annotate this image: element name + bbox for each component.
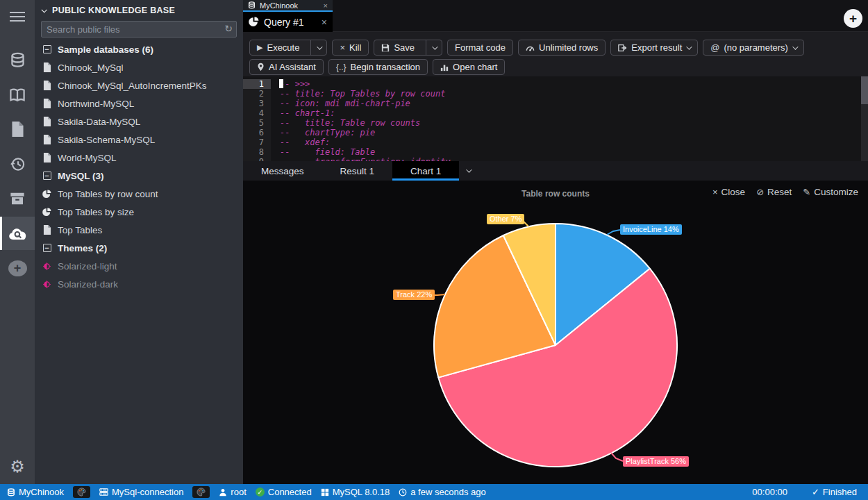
parameters-label: (no parameters)	[724, 42, 787, 53]
chevron-down-icon	[792, 44, 798, 49]
tab-bar: MyChinook × Query #1 × +	[243, 0, 868, 32]
tab-chart-1[interactable]: Chart 1	[392, 161, 459, 181]
files-button[interactable]	[0, 112, 35, 146]
close-icon[interactable]: ×	[324, 1, 328, 10]
result-tab-bar: Messages Result 1 Chart 1	[243, 161, 868, 181]
connections-button[interactable]	[0, 43, 35, 76]
tab-result-1[interactable]: Result 1	[322, 161, 393, 181]
collapse-icon: −	[43, 172, 51, 180]
tree-item-sakila-data[interactable]: Sakila-Data-MySQL	[35, 112, 243, 131]
refresh-icon[interactable]: ↻	[224, 23, 233, 34]
status-bar: MyChinook MySql-connection root ✓ Connec…	[0, 484, 868, 500]
tab-query-1[interactable]: Query #1 ×	[243, 12, 333, 32]
execute-dropdown[interactable]	[310, 40, 326, 55]
statusbar-connection[interactable]: MySql-connection	[99, 487, 183, 497]
tree-group-label: Themes (2)	[58, 243, 107, 253]
server-icon	[99, 488, 108, 497]
menu-button[interactable]	[0, 0, 35, 33]
tree-group-themes[interactable]: − Themes (2)	[35, 239, 243, 257]
database-icon	[7, 488, 15, 497]
begin-transaction-button[interactable]: {..} Begin transaction	[328, 59, 428, 75]
pie-chart-icon	[42, 208, 51, 217]
tab-label: Result 1	[340, 166, 375, 176]
tree-item-solarized-dark[interactable]: Solarized-dark	[35, 275, 243, 293]
pie-chart[interactable]	[243, 181, 868, 484]
sql-editor[interactable]: 1 2 3 4 5 6 7 8 9 -- >>> -- title: Top T…	[243, 76, 868, 161]
save-dropdown[interactable]	[426, 40, 442, 55]
panel-header[interactable]: PUBLIC KNOWLEDGE BASE	[35, 0, 243, 19]
tree-item-world-mysql[interactable]: World-MySQL	[35, 149, 243, 167]
line-number: 4	[243, 108, 271, 118]
editor-scrollbar[interactable]	[861, 76, 868, 161]
database-icon	[10, 52, 26, 68]
open-chart-button[interactable]: Open chart	[433, 59, 505, 75]
at-icon: @	[710, 42, 719, 53]
search-box: ↻	[41, 21, 237, 38]
scrollbar-thumb[interactable]	[861, 76, 868, 104]
tree-item-top-tables-by-row-count[interactable]: Top Tables by row count	[35, 185, 243, 203]
save-button[interactable]: Save	[374, 40, 442, 56]
tree-item-chinook-mysql[interactable]: Chinook_MySql	[35, 58, 243, 76]
unlimited-rows-button[interactable]: Unlimited rows	[518, 40, 606, 56]
activity-bar: + ⚙	[0, 0, 35, 484]
tree-item-top-tables[interactable]: Top Tables	[35, 221, 243, 239]
tree-item-sakila-schema[interactable]: Sakila-Schema-MySQL	[35, 131, 243, 149]
line-number: 3	[243, 99, 271, 108]
close-icon[interactable]: ×	[322, 17, 327, 28]
version-icon	[321, 488, 329, 497]
new-tab-button[interactable]: +	[844, 9, 862, 28]
settings-button[interactable]: ⚙	[0, 450, 35, 483]
database-color-button[interactable]	[73, 486, 90, 498]
chevron-down-icon	[432, 44, 437, 49]
gear-icon: ⚙	[10, 457, 25, 476]
save-label: Save	[394, 42, 415, 53]
line-number: 1	[243, 79, 271, 89]
chevron-down-icon	[686, 44, 692, 49]
timer-text: 00:00:00	[752, 487, 787, 497]
archive-button[interactable]	[0, 182, 35, 215]
theme-icon	[42, 280, 51, 289]
code-line: -- chartType: pie	[271, 128, 861, 138]
search-input[interactable]	[42, 24, 236, 35]
parameters-button[interactable]: @ (no parameters)	[703, 40, 804, 56]
tab-messages[interactable]: Messages	[243, 161, 322, 181]
archive-icon	[10, 192, 25, 206]
execute-button[interactable]: ▶Execute	[249, 40, 327, 56]
ai-assistant-button[interactable]: AI Assistant	[249, 59, 324, 75]
tree-group-mysql[interactable]: − MySQL (3)	[35, 167, 243, 185]
export-icon	[618, 44, 627, 52]
cloud-search-icon	[8, 226, 27, 240]
kill-button[interactable]: ×Kill	[332, 40, 369, 56]
plus-icon: +	[849, 12, 857, 25]
tree-item-top-tables-by-size[interactable]: Top Tables by size	[35, 203, 243, 221]
statusbar-database[interactable]: MyChinook	[7, 487, 64, 497]
export-result-button[interactable]: Export result	[610, 40, 698, 56]
format-code-button[interactable]: Format code	[447, 40, 513, 56]
editor-gutter: 1 2 3 4 5 6 7 8 9	[243, 79, 271, 161]
tab-mychinook[interactable]: MyChinook ×	[243, 0, 333, 12]
connection-color-button[interactable]	[192, 486, 210, 498]
cloud-public-button[interactable]	[0, 217, 35, 250]
code-line: -- chart-1:	[271, 108, 861, 118]
tree-item-northwind[interactable]: Northwind-MySQL	[35, 94, 243, 112]
line-number: 7	[243, 138, 271, 147]
tree-item-label: Solarized-light	[58, 261, 117, 272]
updated-text: a few seconds ago	[410, 487, 485, 497]
file-tree: − Sample databases (6) Chinook_MySql Chi…	[35, 40, 243, 293]
assistant-pin-icon	[257, 62, 265, 72]
result-tabs-dropdown[interactable]	[459, 161, 477, 181]
tree-item-label: Top Tables	[58, 225, 102, 235]
book-icon	[9, 88, 26, 103]
tree-item-chinook-autoincrement[interactable]: Chinook_MySql_AutoIncrementPKs	[35, 76, 243, 94]
tree-group-sample-databases[interactable]: − Sample databases (6)	[35, 40, 243, 58]
file-icon	[43, 99, 51, 108]
hamburger-icon	[10, 12, 25, 22]
tree-item-label: Top Tables by size	[58, 207, 134, 217]
add-connection-button[interactable]: +	[0, 251, 35, 285]
panel-title: PUBLIC KNOWLEDGE BASE	[52, 6, 175, 15]
knowledge-base-button[interactable]	[0, 78, 35, 112]
user-icon	[219, 488, 227, 497]
connection-status: Connected	[268, 487, 312, 497]
history-button[interactable]	[0, 147, 35, 181]
tree-item-solarized-light[interactable]: Solarized-light	[35, 257, 243, 275]
